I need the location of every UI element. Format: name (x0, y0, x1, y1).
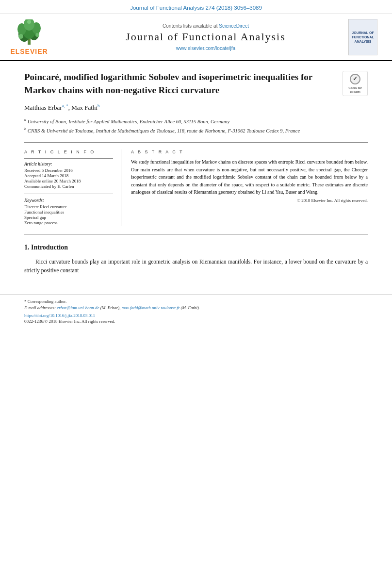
journal-cover-image: JOURNAL OF FUNCTIONAL ANALYSIS (348, 19, 377, 55)
contents-prefix: Contents lists available at (163, 23, 219, 29)
citation-text: Journal of Functional Analysis 274 (2018… (130, 5, 262, 11)
author-erbar: Matthias Erbar (24, 104, 62, 112)
svg-point-7 (18, 34, 23, 39)
author-fathi-super: b (98, 103, 100, 108)
abstract-text: We study functional inequalities for Mar… (131, 158, 368, 196)
section-divider (24, 234, 368, 235)
keywords-title: Keywords: (24, 198, 113, 203)
article-history: Article history: Received 5 December 201… (24, 162, 113, 189)
article-history-title: Article history: (24, 162, 113, 166)
keyword-4: Zero range process (24, 220, 113, 225)
contents-line: Contents lists available at ScienceDirec… (63, 23, 348, 29)
journal-url[interactable]: www.elsevier.com/locate/jfa (63, 46, 348, 51)
communicated-by: Communicated by E. Carlen (24, 184, 113, 189)
page-footer: * Corresponding author. E-mail addresses… (0, 295, 392, 327)
issn-line: 0022-1236/© 2018 Elsevier Inc. All right… (24, 319, 368, 324)
affiliation-b: b CNRS & Université de Toulouse, Institu… (24, 126, 368, 134)
author-erbar-super: a, * (62, 103, 68, 108)
corresponding-author-note: * Corresponding author. (24, 299, 368, 304)
email-erbar-note: (M. Erbar), (99, 305, 121, 310)
keyword-2: Functional inequalities (24, 210, 113, 215)
keyword-1: Discrete Ricci curvature (24, 204, 113, 209)
doi-link[interactable]: https://doi.org/10.1016/j.jfa.2018.03.01… (24, 313, 368, 318)
section-number: 1. (24, 244, 30, 251)
introduction-body: Ricci curvature bounds play an important… (24, 257, 368, 275)
citation-bar: Journal of Functional Analysis 274 (2018… (0, 0, 392, 14)
elsevier-tree-icon (12, 19, 46, 46)
abstract-column: A B S T R A C T We study functional ineq… (131, 149, 368, 226)
abstract-heading: A B S T R A C T (131, 149, 368, 154)
keyword-3: Spectral gap (24, 215, 113, 220)
abstract-copyright: © 2018 Elsevier Inc. All rights reserved… (131, 198, 368, 203)
article-info-abstract: A R T I C L E I N F O Article history: R… (24, 142, 368, 226)
main-content: Poincaré, modified logarithmic Sobolev a… (0, 61, 392, 285)
svg-point-9 (27, 20, 31, 24)
available-online-date: Available online 20 March 2018 (24, 179, 113, 183)
email-fathi-note: (M. Fathi). (180, 305, 200, 310)
check-for-updates-badge: ✓ Check for updates (343, 71, 368, 96)
email-fathi-link[interactable]: max.fathi@math.univ-toulouse.fr (122, 305, 180, 310)
email-erbar-link[interactable]: erbar@iam.uni-bonn.de (57, 305, 99, 310)
article-info-heading: A R T I C L E I N F O (24, 149, 113, 154)
authors-line: Matthias Erbara, *, Max Fathib (24, 103, 368, 112)
affiliation-a: a University of Bonn, Institute for Appl… (24, 117, 368, 125)
elsevier-logo: ELSEVIER (5, 19, 53, 55)
article-info-divider (24, 158, 113, 159)
journal-name-header: Journal of Functional Analysis (63, 31, 348, 43)
keywords-divider (24, 194, 113, 194)
journal-header: ELSEVIER Contents lists available at Sci… (0, 14, 392, 61)
journal-info-center: Contents lists available at ScienceDirec… (63, 23, 348, 51)
email-addresses: E-mail addresses: erbar@iam.uni-bonn.de … (24, 305, 368, 310)
elsevier-brand-text: ELSEVIER (5, 48, 53, 55)
introduction-heading: 1. Introduction (24, 244, 368, 251)
paper-title: Poincaré, modified logarithmic Sobolev a… (24, 71, 368, 97)
svg-point-8 (35, 33, 39, 37)
email-label: E-mail addresses: (24, 305, 57, 310)
keywords-section: Keywords: Discrete Ricci curvature Funct… (24, 198, 113, 225)
check-circle-icon: ✓ (350, 74, 360, 84)
received-date: Received 5 December 2016 (24, 168, 113, 173)
affiliations: a University of Bonn, Institute for Appl… (24, 117, 368, 135)
author-separator: , Max Fathi (68, 104, 98, 112)
article-info-column: A R T I C L E I N F O Article history: R… (24, 149, 121, 226)
science-direct-link[interactable]: ScienceDirect (219, 23, 249, 29)
accepted-date: Accepted 14 March 2018 (24, 173, 113, 178)
section-title-text: Introduction (31, 244, 68, 251)
page: Journal of Functional Analysis 274 (2018… (0, 0, 392, 564)
